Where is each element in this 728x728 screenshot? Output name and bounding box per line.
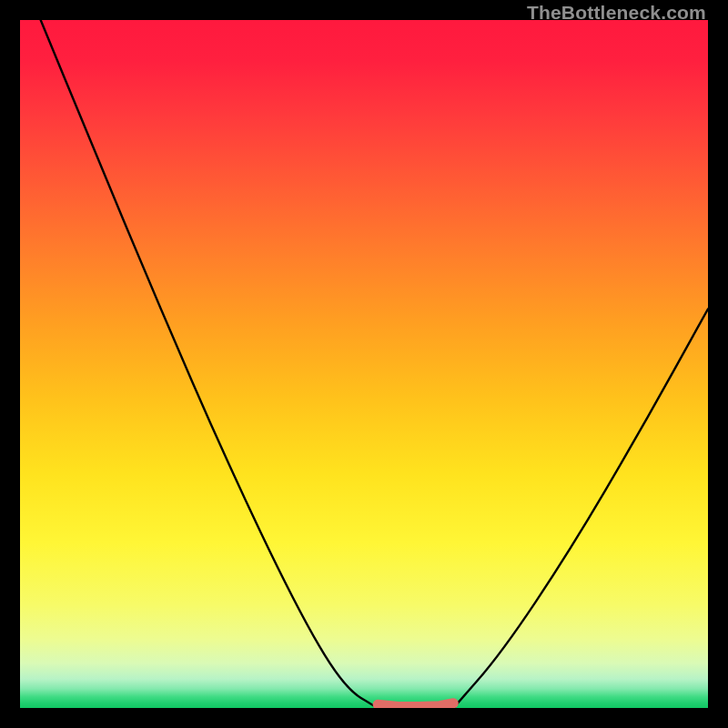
optimal-zone-marker <box>378 703 453 707</box>
watermark-text: TheBottleneck.com <box>527 2 706 24</box>
bottleneck-chart <box>20 20 708 708</box>
chart-frame <box>20 20 708 708</box>
gradient-background <box>20 20 708 708</box>
